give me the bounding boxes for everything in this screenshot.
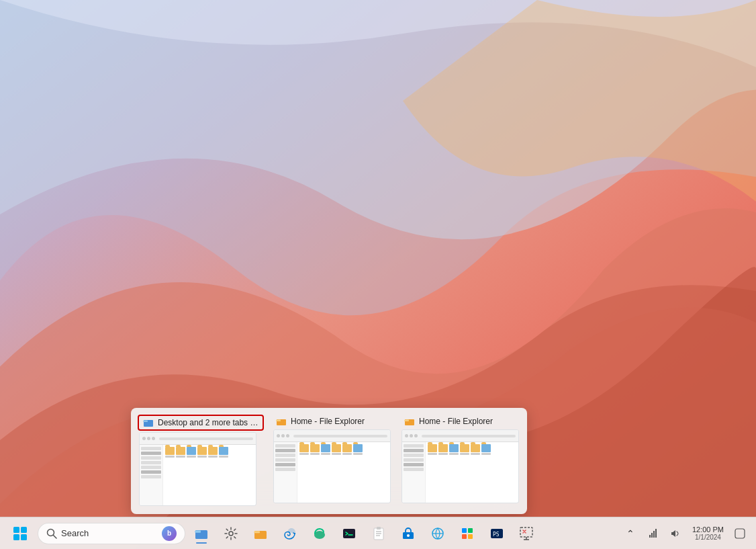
svg-rect-6 bbox=[276, 420, 281, 421]
svg-rect-13 bbox=[21, 534, 27, 540]
network-icon bbox=[648, 528, 659, 539]
thumbnail-item-1[interactable]: Desktop and 2 more tabs - ... bbox=[136, 413, 265, 509]
svg-line-15 bbox=[54, 535, 57, 538]
svg-rect-11 bbox=[21, 527, 27, 533]
svg-rect-41 bbox=[520, 527, 532, 537]
svg-point-32 bbox=[407, 534, 410, 537]
search-ai-icon: b bbox=[162, 526, 177, 541]
folder-icon bbox=[253, 526, 268, 541]
edge-taskbar[interactable] bbox=[277, 520, 303, 547]
chevron-icon: ⌃ bbox=[626, 528, 634, 539]
powershell-icon: PS bbox=[489, 526, 504, 541]
notepad-icon bbox=[371, 526, 386, 541]
notification-icon bbox=[735, 528, 745, 539]
svg-rect-9 bbox=[404, 420, 409, 421]
desktop: Desktop and 2 more tabs - ... bbox=[0, 0, 756, 549]
svg-rect-12 bbox=[13, 534, 19, 540]
msstore-icon bbox=[401, 526, 416, 541]
thumbnail-preview-3 bbox=[401, 429, 519, 503]
windows-icon bbox=[13, 526, 28, 541]
thumbnail-title-2: Home - File Explorer bbox=[291, 417, 365, 426]
svg-rect-48 bbox=[735, 529, 745, 538]
fileexplorer-icon-thumb2 bbox=[276, 416, 287, 427]
settings-icon bbox=[224, 526, 238, 541]
terminal-icon bbox=[342, 526, 357, 541]
system-tray: ⌃ 12:00 PM 1/1/2024 bbox=[620, 523, 751, 544]
thumbnail-title-1: Desktop and 2 more tabs - ... bbox=[158, 418, 258, 427]
tray-icon-1[interactable] bbox=[643, 523, 664, 544]
svg-rect-30 bbox=[377, 527, 381, 530]
terminal-taskbar[interactable] bbox=[336, 520, 363, 547]
search-bar[interactable]: Search b bbox=[38, 523, 185, 544]
thumbnail-item-2[interactable]: Home - File Explorer bbox=[271, 413, 393, 509]
powershell-taskbar[interactable]: PS bbox=[483, 520, 510, 547]
edge2-taskbar[interactable] bbox=[306, 520, 333, 547]
app1-icon bbox=[460, 526, 475, 541]
fileexplorer-icon-thumb1 bbox=[143, 417, 154, 428]
browser2-taskbar[interactable] bbox=[424, 520, 451, 547]
svg-rect-10 bbox=[13, 527, 19, 533]
volume-icon bbox=[671, 528, 681, 539]
tray-icon-2[interactable] bbox=[665, 523, 687, 544]
edge-icon bbox=[283, 526, 297, 541]
svg-rect-35 bbox=[462, 528, 467, 533]
snip-taskbar[interactable] bbox=[513, 520, 540, 547]
tray-chevron-button[interactable]: ⌃ bbox=[620, 523, 641, 544]
svg-text:PS: PS bbox=[493, 532, 500, 538]
tray-time-text: 12:00 PM bbox=[692, 525, 724, 534]
search-icon bbox=[46, 528, 57, 539]
msstore-taskbar[interactable] bbox=[395, 520, 422, 547]
svg-rect-36 bbox=[468, 528, 473, 533]
snip-icon bbox=[519, 526, 534, 541]
edge2-icon bbox=[312, 526, 327, 541]
svg-rect-37 bbox=[462, 534, 467, 539]
search-label: Search bbox=[61, 528, 89, 538]
thumbnail-preview-2 bbox=[273, 429, 391, 503]
svg-point-19 bbox=[229, 532, 233, 536]
fileexplorer-icon-thumb3 bbox=[404, 416, 415, 427]
thumbnail-item-3[interactable]: Home - File Explorer bbox=[399, 413, 522, 509]
svg-rect-18 bbox=[195, 531, 201, 533]
thumbnail-title-3: Home - File Explorer bbox=[419, 417, 493, 426]
thumbnail-preview-1 bbox=[139, 432, 256, 506]
tray-time[interactable]: 12:00 PM 1/1/2024 bbox=[688, 523, 728, 544]
svg-rect-3 bbox=[143, 421, 148, 422]
browser2-icon bbox=[430, 526, 445, 541]
thumbnail-popup: Desktop and 2 more tabs - ... bbox=[131, 408, 527, 514]
svg-rect-47 bbox=[655, 529, 657, 538]
taskbar: Search b bbox=[0, 517, 756, 549]
notepad-taskbar[interactable] bbox=[365, 520, 392, 547]
tray-date-text: 1/1/2024 bbox=[695, 534, 721, 541]
start-button[interactable] bbox=[5, 520, 35, 547]
svg-rect-45 bbox=[651, 533, 653, 538]
svg-rect-38 bbox=[468, 534, 473, 539]
svg-rect-44 bbox=[649, 535, 651, 538]
notification-button[interactable] bbox=[729, 523, 751, 544]
svg-rect-24 bbox=[343, 529, 355, 538]
svg-rect-46 bbox=[653, 531, 655, 538]
fileexplorer-taskbar-icon bbox=[194, 526, 209, 541]
svg-rect-22 bbox=[254, 532, 260, 533]
settings-taskbar[interactable] bbox=[218, 520, 244, 547]
file-explorer2-taskbar[interactable] bbox=[247, 520, 274, 547]
file-explorer-taskbar[interactable] bbox=[188, 520, 215, 547]
app1-taskbar[interactable] bbox=[454, 520, 481, 547]
